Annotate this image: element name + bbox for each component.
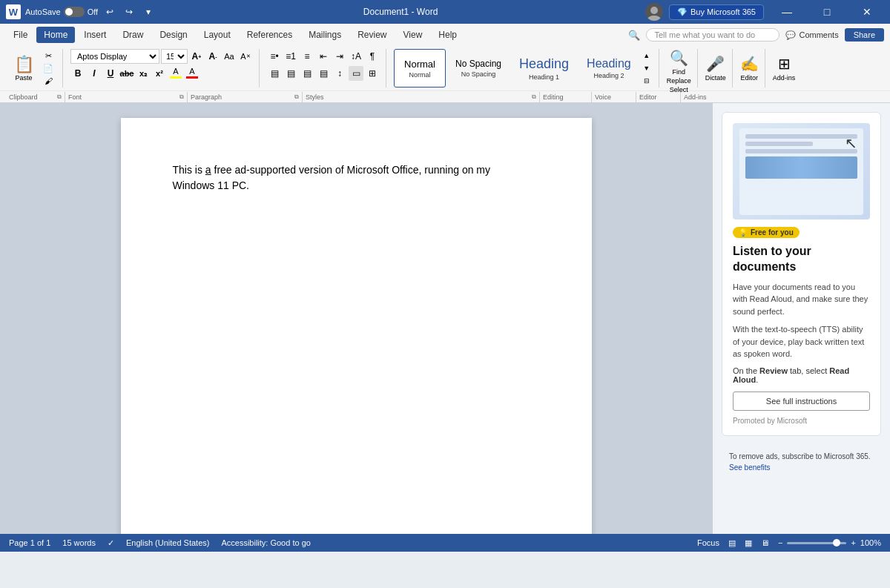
styles-gallery-arrow[interactable]: ▲ ▼ ⊟ (641, 49, 653, 87)
line-spacing-button[interactable]: ↕ (332, 66, 347, 81)
autosave-toggle[interactable] (64, 7, 85, 17)
font-section-label: Font ⧉ (65, 92, 188, 102)
superscript-button[interactable]: x² (152, 66, 167, 81)
zoom-plus-button[interactable]: + (851, 538, 855, 547)
language[interactable]: English (United States) (126, 538, 210, 547)
paste-button[interactable]: 📋 Paste (9, 53, 39, 83)
undo-button[interactable]: ↩ (102, 4, 117, 19)
see-benefits-link[interactable]: See benefits (729, 463, 771, 472)
zoom-minus-button[interactable]: − (778, 538, 782, 547)
shading-button[interactable]: ▭ (349, 66, 363, 81)
multilevel-list-button[interactable]: ≡ (300, 49, 314, 64)
document-paragraph[interactable]: This is a free ad-supported version of M… (173, 162, 540, 194)
buy-microsoft365-button[interactable]: 💎 Buy Microsoft 365 (669, 4, 764, 20)
accessibility[interactable]: Accessibility: Good to go (221, 538, 310, 547)
style-h2-label: Heading 2 (593, 72, 624, 79)
borders-button[interactable]: ⊞ (365, 66, 380, 81)
bullets-button[interactable]: ≡• (267, 49, 282, 64)
cut-button[interactable]: ✂ (40, 50, 56, 62)
share-button[interactable]: Share (845, 28, 884, 42)
clear-format-button[interactable]: A✕ (238, 49, 253, 64)
addins-label[interactable]: Add-ins (773, 74, 796, 82)
close-button[interactable]: ✕ (850, 0, 884, 24)
increase-indent-button[interactable]: ⇥ (332, 49, 347, 64)
menu-help[interactable]: Help (431, 27, 464, 43)
document-area[interactable]: This is a free ad-supported version of M… (0, 103, 712, 534)
view-read-icon[interactable]: 🖥 (761, 538, 769, 547)
numbering-button[interactable]: ≡1 (283, 49, 298, 64)
ribbon-search[interactable]: Tell me what you want to do (646, 28, 779, 42)
redo-button[interactable]: ↪ (122, 4, 136, 19)
font-shrink-button[interactable]: A- (205, 49, 220, 64)
style-heading1-button[interactable]: Heading Heading 1 (511, 49, 577, 87)
document-page[interactable]: This is a free ad-supported version of M… (121, 118, 592, 534)
style-heading2-button[interactable]: Heading Heading 2 (578, 49, 639, 87)
font-grow-button[interactable]: A+ (189, 49, 204, 64)
paragraph-expand[interactable]: ⧉ (294, 93, 299, 101)
align-center-button[interactable]: ▤ (283, 66, 298, 81)
menu-insert[interactable]: Insert (76, 27, 113, 43)
replace-label[interactable]: Replace (667, 77, 691, 85)
editor-label[interactable]: Editor (741, 74, 759, 82)
menu-draw[interactable]: Draw (115, 27, 151, 43)
see-instructions-button[interactable]: See full instructions (733, 392, 870, 411)
bold-button[interactable]: B (70, 66, 85, 81)
strikethrough-button[interactable]: abc (119, 66, 134, 81)
main-area: This is a free ad-supported version of M… (0, 103, 890, 534)
font-row-1: Aptos Display 15 A+ A- Aa A✕ (70, 49, 253, 64)
text-highlight-color[interactable]: A (168, 67, 183, 80)
view-web-icon[interactable]: ▦ (745, 538, 752, 548)
show-formatting-button[interactable]: ¶ (365, 49, 380, 64)
style-h1-preview: Heading (519, 56, 569, 72)
copy-button[interactable]: 📄 (40, 62, 56, 74)
font-expand[interactable]: ⧉ (179, 93, 184, 101)
menu-mailings[interactable]: Mailings (301, 27, 349, 43)
comments-button[interactable]: 💬 Comments (785, 30, 838, 40)
style-no-spacing-button[interactable]: No Spacing No Spacing (447, 49, 510, 87)
addins-icon: ⊞ (778, 55, 791, 73)
menu-home[interactable]: Home (36, 27, 75, 43)
font-row-2: B I U abc x₂ x² A A (70, 66, 200, 81)
decrease-indent-button[interactable]: ⇤ (316, 49, 331, 64)
font-size-select[interactable]: 15 (161, 49, 188, 64)
underline-button[interactable]: U (103, 66, 118, 81)
svg-point-0 (650, 7, 658, 14)
dictate-label[interactable]: Dictate (705, 74, 726, 82)
italic-button[interactable]: I (87, 66, 102, 81)
zoom-percent: 100% (860, 538, 881, 547)
clipboard-expand[interactable]: ⧉ (57, 93, 62, 101)
quick-access-more[interactable]: ▾ (141, 4, 156, 19)
title-bar-right: 💎 Buy Microsoft 365 — □ ✕ (645, 0, 884, 24)
sort-button[interactable]: ↕A (349, 49, 363, 64)
minimize-button[interactable]: — (770, 0, 804, 24)
style-nospace-label: No Spacing (461, 70, 496, 78)
menu-references[interactable]: References (240, 27, 300, 43)
style-normal-button[interactable]: Normal Normal (394, 49, 446, 87)
user-avatar[interactable] (645, 3, 663, 21)
menu-file[interactable]: File (6, 27, 35, 43)
paragraph-section-label: Paragraph ⧉ (188, 92, 303, 102)
focus-button[interactable]: Focus (697, 538, 719, 547)
subscript-button[interactable]: x₂ (136, 66, 151, 81)
align-right-button[interactable]: ▤ (300, 66, 314, 81)
zoom-slider[interactable] (787, 542, 846, 544)
view-print-icon[interactable]: ▤ (728, 538, 736, 548)
mockup-line-3 (745, 149, 857, 153)
styles-expand[interactable]: ⧉ (532, 93, 536, 101)
maximize-button[interactable]: □ (810, 0, 844, 24)
menu-view[interactable]: View (396, 27, 430, 43)
menu-review[interactable]: Review (350, 27, 394, 43)
proofing-icon: ✓ (108, 538, 114, 548)
mockup-line-1 (745, 134, 857, 139)
font-color-button[interactable]: A (185, 67, 200, 80)
align-left-button[interactable]: ▤ (267, 66, 282, 81)
editor-section-label: Editor (636, 92, 681, 102)
format-painter-button[interactable]: 🖌 (40, 75, 56, 87)
font-family-select[interactable]: Aptos Display (70, 49, 159, 64)
find-label[interactable]: Find (672, 68, 685, 76)
change-case-button[interactable]: Aa (222, 49, 237, 64)
justify-button[interactable]: ▤ (316, 66, 331, 81)
document-content[interactable]: This is a free ad-supported version of M… (173, 162, 540, 194)
menu-layout[interactable]: Layout (197, 27, 238, 43)
menu-design[interactable]: Design (152, 27, 194, 43)
